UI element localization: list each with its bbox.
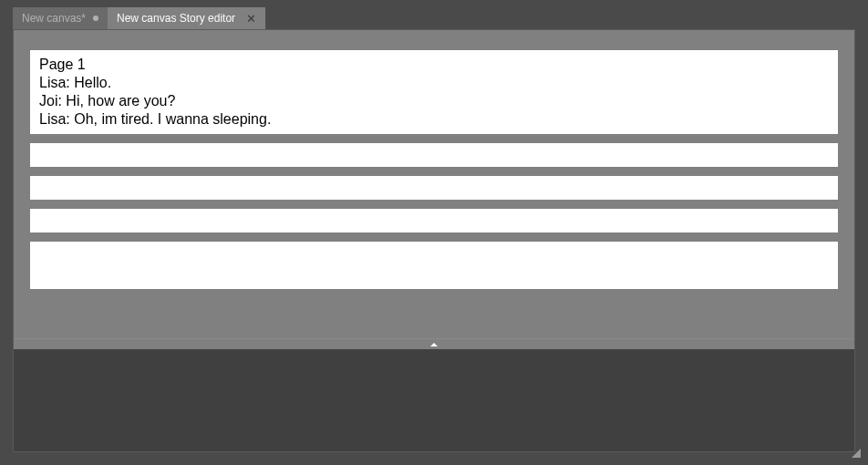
story-line: Page 1 [39,56,829,74]
editor-wrapper: Page 1 Lisa: Hello. Joi: Hi, how are you… [13,29,855,452]
tab-label: New canvas Story editor [117,12,235,25]
panel-collapse-handle[interactable] [14,338,854,349]
story-line: Joi: Hi, how are you? [39,92,829,110]
chevron-up-icon [430,343,438,346]
story-text-block[interactable] [30,176,838,200]
story-text-block[interactable]: Page 1 Lisa: Hello. Joi: Hi, how are you… [30,50,838,134]
tab-canvas[interactable]: New canvas* [13,7,108,29]
tab-bar: New canvas* New canvas Story editor ✕ [13,7,855,29]
close-icon[interactable]: ✕ [246,13,256,25]
story-line: Lisa: Hello. [39,74,829,92]
resize-handle[interactable] [850,447,861,458]
modified-indicator-icon [93,16,98,21]
story-text-block[interactable] [30,143,838,167]
tab-story-editor[interactable]: New canvas Story editor ✕ [108,7,265,29]
tab-label: New canvas* [22,12,86,25]
bottom-panel [14,349,854,451]
editor-content: Page 1 Lisa: Hello. Joi: Hi, how are you… [14,30,854,338]
story-editor-window: New canvas* New canvas Story editor ✕ Pa… [0,0,868,465]
story-text-block[interactable] [30,242,838,289]
story-line: Lisa: Oh, im tired. I wanna sleeping. [39,110,829,129]
story-text-block[interactable] [30,209,838,232]
